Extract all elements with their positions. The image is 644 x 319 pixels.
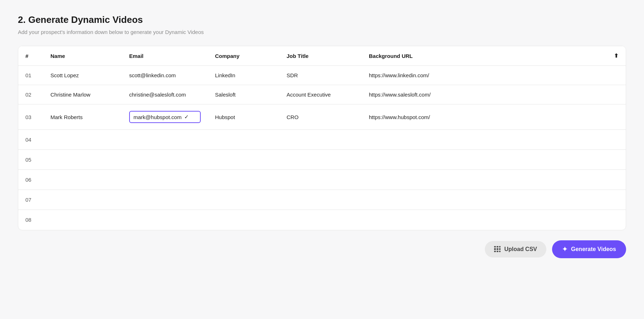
row-bgurl (362, 170, 607, 190)
grid-icon (494, 246, 501, 252)
row-jobtitle (279, 130, 362, 150)
table-row: 08 (18, 210, 626, 230)
table-row: 05 (18, 150, 626, 170)
row-email[interactable]: mark@hubspot.com✓ (122, 104, 208, 130)
row-action (607, 66, 626, 85)
row-num: 07 (18, 190, 43, 210)
row-num: 04 (18, 130, 43, 150)
col-header-company: Company (208, 46, 279, 66)
row-action (607, 170, 626, 190)
row-bgurl (362, 190, 607, 210)
row-email[interactable]: christine@salesloft.com (122, 85, 208, 104)
row-action (607, 104, 626, 130)
row-bgurl (362, 210, 607, 230)
row-company (208, 190, 279, 210)
row-action (607, 130, 626, 150)
table-row: 04 (18, 130, 626, 150)
col-header-upload[interactable]: ⬆ (607, 46, 626, 66)
active-email-value: mark@hubspot.com (133, 114, 181, 120)
generate-videos-button[interactable]: ✦ Generate Videos (552, 240, 626, 258)
row-jobtitle: CRO (279, 104, 362, 130)
row-company: LinkedIn (208, 66, 279, 85)
row-jobtitle (279, 170, 362, 190)
row-num: 08 (18, 210, 43, 230)
generate-videos-label: Generate Videos (571, 246, 616, 252)
row-bgurl (362, 130, 607, 150)
col-header-name: Name (43, 46, 122, 66)
upload-csv-button[interactable]: Upload CSV (485, 241, 546, 257)
data-table: # Name Email Company Job Title Backgroun… (18, 46, 626, 230)
page-subtitle: Add your prospect's information down bel… (18, 29, 626, 35)
row-name (43, 150, 122, 170)
table-row: 01Scott Lopezscott@linkedin.comLinkedInS… (18, 66, 626, 85)
checkmark-icon: ✓ (184, 114, 196, 120)
row-company (208, 170, 279, 190)
row-num: 02 (18, 85, 43, 104)
row-name (43, 210, 122, 230)
col-header-hash: # (18, 46, 43, 66)
row-num: 05 (18, 150, 43, 170)
col-header-jobtitle: Job Title (279, 46, 362, 66)
row-name: Mark Roberts (43, 104, 122, 130)
row-email[interactable]: scott@linkedin.com (122, 66, 208, 85)
row-email[interactable] (122, 210, 208, 230)
row-num: 06 (18, 170, 43, 190)
row-company (208, 210, 279, 230)
row-bgurl: https://www.hubspot.com/ (362, 104, 607, 130)
row-email[interactable] (122, 150, 208, 170)
row-name (43, 130, 122, 150)
row-email[interactable] (122, 170, 208, 190)
row-company (208, 130, 279, 150)
row-bgurl: https://www.salesloft.com/ (362, 85, 607, 104)
active-email-input[interactable]: mark@hubspot.com✓ (129, 111, 201, 123)
row-company (208, 150, 279, 170)
row-jobtitle: SDR (279, 66, 362, 85)
row-name (43, 170, 122, 190)
row-action (607, 190, 626, 210)
table-row: 06 (18, 170, 626, 190)
col-header-bgurl: Background URL (362, 46, 607, 66)
row-jobtitle (279, 190, 362, 210)
footer-actions: Upload CSV ✦ Generate Videos (18, 240, 626, 258)
row-jobtitle (279, 210, 362, 230)
col-header-email: Email (122, 46, 208, 66)
row-email[interactable] (122, 130, 208, 150)
wand-icon: ✦ (562, 245, 567, 253)
row-company: Salesloft (208, 85, 279, 104)
table-row: 03Mark Robertsmark@hubspot.com✓HubspotCR… (18, 104, 626, 130)
table-row: 07 (18, 190, 626, 210)
row-action (607, 210, 626, 230)
row-bgurl (362, 150, 607, 170)
table-row: 02Christine Marlowchristine@salesloft.co… (18, 85, 626, 104)
page-title: 2. Generate Dynamic Videos (18, 14, 626, 25)
row-action (607, 150, 626, 170)
row-name (43, 190, 122, 210)
row-jobtitle (279, 150, 362, 170)
row-email[interactable] (122, 190, 208, 210)
row-jobtitle: Account Executive (279, 85, 362, 104)
upload-csv-label: Upload CSV (504, 246, 537, 252)
row-num: 01 (18, 66, 43, 85)
row-company: Hubspot (208, 104, 279, 130)
row-num: 03 (18, 104, 43, 130)
row-name: Scott Lopez (43, 66, 122, 85)
row-bgurl: https://www.linkedin.com/ (362, 66, 607, 85)
row-name: Christine Marlow (43, 85, 122, 104)
row-action (607, 85, 626, 104)
